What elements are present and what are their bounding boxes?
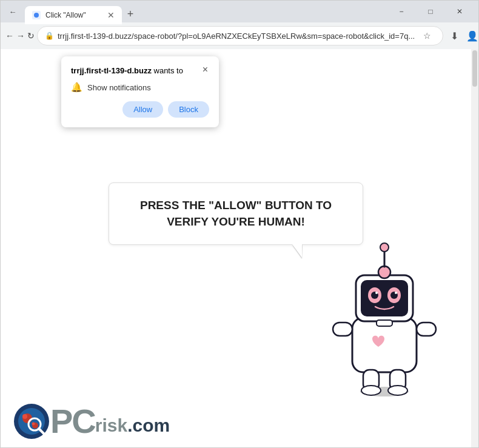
svg-point-18 <box>375 292 378 294</box>
page-content: trrjj.first-tl-139-d.buzz wants to × 🔔 S… <box>1 49 478 447</box>
address-bar[interactable]: trrjj.first-tl-139-d.buzz/space-robot/?p… <box>58 32 415 41</box>
popup-notification-row: 🔔 Show notifications <box>71 82 209 93</box>
active-tab[interactable]: Click "Allow" ✕ <box>25 6 122 24</box>
svg-rect-4 <box>417 323 436 336</box>
dot-com-text: .com <box>127 416 170 435</box>
popup-wants-text: wants to <box>152 66 183 75</box>
title-bar: ← Click "Allow" ✕ + − □ ✕ <box>1 1 478 22</box>
svg-point-19 <box>395 292 397 294</box>
popup-header: trrjj.first-tl-139-d.buzz wants to × <box>71 65 209 76</box>
speech-bubble-text: PRESS THE "ALLOW" BUTTON TO VERIFY YOU'R… <box>140 199 332 228</box>
address-bar-container: 🔒 trrjj.first-tl-139-d.buzz/space-robot/… <box>37 26 443 45</box>
notification-popup: trrjj.first-tl-139-d.buzz wants to × 🔔 S… <box>61 56 219 127</box>
svg-point-0 <box>34 13 39 18</box>
popup-site-info: trrjj.first-tl-139-d.buzz wants to <box>71 65 183 76</box>
pcrisk-ball-icon <box>13 403 50 440</box>
svg-point-8 <box>388 386 407 395</box>
risk-letters: risk <box>95 416 127 435</box>
title-bar-controls: − □ ✕ <box>387 2 474 21</box>
robot-container <box>327 239 442 399</box>
popup-site-name: trrjj.first-tl-139-d.buzz <box>71 66 152 75</box>
allow-button[interactable]: Allow <box>122 101 163 118</box>
profile-button[interactable]: 👤 <box>464 27 479 44</box>
popup-notification-label: Show notifications <box>87 83 151 92</box>
svg-point-24 <box>22 414 27 419</box>
bookmark-button[interactable]: ☆ <box>418 27 435 44</box>
svg-rect-20 <box>377 320 392 326</box>
svg-rect-3 <box>333 323 352 336</box>
svg-point-7 <box>361 386 381 395</box>
nav-bar: ← → ↻ 🔒 trrjj.first-tl-139-d.buzz/space-… <box>1 22 478 49</box>
new-tab-button[interactable]: + <box>122 5 139 22</box>
close-button[interactable]: ✕ <box>446 2 474 21</box>
lock-icon: 🔒 <box>45 32 54 40</box>
svg-rect-13 <box>361 280 408 316</box>
svg-point-12 <box>380 243 389 252</box>
browser-back-titlebar[interactable]: ← <box>5 4 20 19</box>
tab-bar: Click "Allow" ✕ + <box>25 1 385 22</box>
svg-point-10 <box>378 266 390 278</box>
download-button[interactable]: ⬇ <box>446 27 463 44</box>
robot-svg <box>327 239 442 396</box>
pcrisk-text-group: PC risk .com <box>50 404 170 438</box>
reload-button[interactable]: ↻ <box>27 26 35 45</box>
pc-letters: PC <box>50 404 95 438</box>
nav-right: ⬇ 👤 ⋮ <box>446 27 479 44</box>
tab-close-button[interactable]: ✕ <box>107 11 115 19</box>
tab-favicon <box>32 11 41 19</box>
browser-window: ← Click "Allow" ✕ + − □ ✕ ← → ↻ 🔒 trrjj.… <box>0 0 479 448</box>
tab-title: Click "Allow" <box>45 11 102 19</box>
minimize-button[interactable]: − <box>387 2 415 21</box>
pcrisk-logo: PC risk .com <box>13 403 170 440</box>
scrollbar[interactable] <box>471 49 478 447</box>
block-button[interactable]: Block <box>168 101 209 118</box>
svg-point-26 <box>32 423 35 426</box>
scrollbar-thumb[interactable] <box>472 50 477 87</box>
speech-bubble: PRESS THE "ALLOW" BUTTON TO VERIFY YOU'R… <box>109 182 363 245</box>
back-button[interactable]: ← <box>5 26 14 45</box>
bell-icon: 🔔 <box>71 82 82 93</box>
forward-button[interactable]: → <box>16 26 25 45</box>
popup-close-button[interactable]: × <box>201 65 209 75</box>
window-controls: ← <box>5 4 20 19</box>
popup-actions: Allow Block <box>71 101 209 118</box>
maximize-button[interactable]: □ <box>417 2 444 21</box>
